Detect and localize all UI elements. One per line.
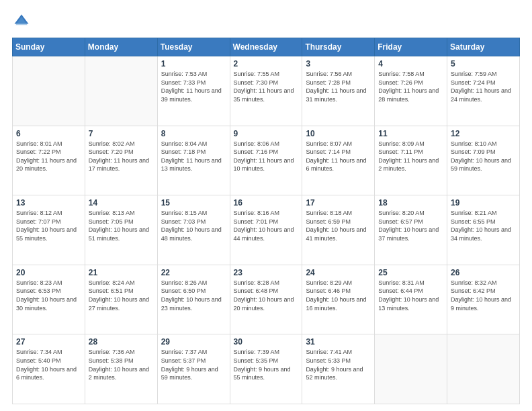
day-number: 18: [378, 198, 443, 208]
calendar-cell: 8Sunrise: 8:04 AMSunset: 7:18 PMDaylight…: [157, 126, 230, 195]
cell-info: Sunrise: 8:07 AMSunset: 7:14 PMDaylight:…: [306, 140, 371, 173]
calendar-cell: 24Sunrise: 8:29 AMSunset: 6:46 PMDayligh…: [302, 265, 375, 334]
day-number: 15: [161, 198, 226, 208]
day-number: 22: [161, 268, 226, 277]
calendar-cell: 27Sunrise: 7:34 AMSunset: 5:40 PMDayligh…: [13, 334, 85, 404]
cell-info: Sunrise: 8:13 AMSunset: 7:05 PMDaylight:…: [89, 209, 154, 242]
calendar-cell: 11Sunrise: 8:09 AMSunset: 7:11 PMDayligh…: [375, 126, 447, 195]
cell-info: Sunrise: 8:20 AMSunset: 6:57 PMDaylight:…: [378, 209, 443, 242]
day-number: 17: [306, 198, 371, 208]
calendar-header-row: SundayMondayTuesdayWednesdayThursdayFrid…: [13, 38, 520, 56]
calendar-cell: [85, 56, 157, 126]
calendar-cell: 21Sunrise: 8:24 AMSunset: 6:51 PMDayligh…: [85, 265, 157, 334]
calendar-cell: 1Sunrise: 7:53 AMSunset: 7:33 PMDaylight…: [157, 56, 230, 126]
day-number: 26: [451, 268, 516, 277]
calendar-cell: 2Sunrise: 7:55 AMSunset: 7:30 PMDaylight…: [230, 56, 302, 126]
day-number: 3: [306, 59, 371, 68]
calendar-cell: 9Sunrise: 8:06 AMSunset: 7:16 PMDaylight…: [230, 126, 302, 195]
cell-info: Sunrise: 8:32 AMSunset: 6:42 PMDaylight:…: [451, 279, 516, 312]
cell-info: Sunrise: 7:37 AMSunset: 5:37 PMDaylight:…: [161, 348, 226, 381]
calendar-cell: 3Sunrise: 7:56 AMSunset: 7:28 PMDaylight…: [302, 56, 375, 126]
cell-info: Sunrise: 8:26 AMSunset: 6:50 PMDaylight:…: [161, 279, 226, 312]
calendar-cell: 23Sunrise: 8:28 AMSunset: 6:48 PMDayligh…: [230, 265, 302, 334]
cell-info: Sunrise: 8:12 AMSunset: 7:07 PMDaylight:…: [16, 209, 81, 242]
calendar-cell: 25Sunrise: 8:31 AMSunset: 6:44 PMDayligh…: [375, 265, 447, 334]
calendar-cell: 6Sunrise: 8:01 AMSunset: 7:22 PMDaylight…: [13, 126, 85, 195]
day-number: 12: [451, 129, 516, 138]
day-number: 20: [16, 268, 81, 277]
calendar-cell: 30Sunrise: 7:39 AMSunset: 5:35 PMDayligh…: [230, 334, 302, 404]
calendar-cell: [13, 56, 85, 126]
cell-info: Sunrise: 8:10 AMSunset: 7:09 PMDaylight:…: [451, 140, 516, 173]
calendar-week-3: 13Sunrise: 8:12 AMSunset: 7:07 PMDayligh…: [13, 195, 520, 265]
day-number: 14: [89, 198, 154, 208]
calendar-cell: 14Sunrise: 8:13 AMSunset: 7:05 PMDayligh…: [85, 195, 157, 265]
calendar-cell: 10Sunrise: 8:07 AMSunset: 7:14 PMDayligh…: [302, 126, 375, 195]
calendar-cell: [447, 334, 520, 404]
calendar-cell: 17Sunrise: 8:18 AMSunset: 6:59 PMDayligh…: [302, 195, 375, 265]
header: [12, 12, 520, 31]
day-number: 31: [306, 337, 371, 347]
cell-info: Sunrise: 7:39 AMSunset: 5:35 PMDaylight:…: [234, 348, 299, 381]
cell-info: Sunrise: 8:31 AMSunset: 6:44 PMDaylight:…: [378, 279, 443, 312]
day-number: 10: [306, 129, 371, 138]
cell-info: Sunrise: 7:34 AMSunset: 5:40 PMDaylight:…: [16, 348, 81, 381]
cell-info: Sunrise: 8:16 AMSunset: 7:01 PMDaylight:…: [234, 209, 299, 242]
calendar-cell: 20Sunrise: 8:23 AMSunset: 6:53 PMDayligh…: [13, 265, 85, 334]
cell-info: Sunrise: 7:59 AMSunset: 7:24 PMDaylight:…: [451, 70, 516, 103]
cell-info: Sunrise: 8:01 AMSunset: 7:22 PMDaylight:…: [16, 140, 81, 173]
day-header-thursday: Thursday: [302, 38, 375, 56]
calendar-cell: 16Sunrise: 8:16 AMSunset: 7:01 PMDayligh…: [230, 195, 302, 265]
day-number: 7: [89, 129, 154, 138]
day-number: 1: [161, 59, 226, 68]
day-header-monday: Monday: [85, 38, 157, 56]
cell-info: Sunrise: 7:55 AMSunset: 7:30 PMDaylight:…: [234, 70, 299, 103]
calendar-week-1: 1Sunrise: 7:53 AMSunset: 7:33 PMDaylight…: [13, 56, 520, 126]
day-number: 29: [161, 337, 226, 347]
logo: [12, 12, 34, 31]
day-number: 30: [234, 337, 299, 347]
day-header-saturday: Saturday: [447, 38, 520, 56]
calendar-cell: 5Sunrise: 7:59 AMSunset: 7:24 PMDaylight…: [447, 56, 520, 126]
day-header-sunday: Sunday: [13, 38, 85, 56]
calendar-cell: 31Sunrise: 7:41 AMSunset: 5:33 PMDayligh…: [302, 334, 375, 404]
day-number: 28: [89, 337, 154, 347]
cell-info: Sunrise: 8:23 AMSunset: 6:53 PMDaylight:…: [16, 279, 81, 312]
cell-info: Sunrise: 8:18 AMSunset: 6:59 PMDaylight:…: [306, 209, 371, 242]
day-number: 9: [234, 129, 299, 138]
day-header-wednesday: Wednesday: [230, 38, 302, 56]
calendar-cell: 29Sunrise: 7:37 AMSunset: 5:37 PMDayligh…: [157, 334, 230, 404]
logo-icon: [12, 12, 31, 31]
calendar-cell: 18Sunrise: 8:20 AMSunset: 6:57 PMDayligh…: [375, 195, 447, 265]
calendar-cell: [375, 334, 447, 404]
day-number: 23: [234, 268, 299, 277]
cell-info: Sunrise: 8:09 AMSunset: 7:11 PMDaylight:…: [378, 140, 443, 173]
calendar-cell: 7Sunrise: 8:02 AMSunset: 7:20 PMDaylight…: [85, 126, 157, 195]
day-header-friday: Friday: [375, 38, 447, 56]
calendar-cell: 4Sunrise: 7:58 AMSunset: 7:26 PMDaylight…: [375, 56, 447, 126]
calendar-cell: 22Sunrise: 8:26 AMSunset: 6:50 PMDayligh…: [157, 265, 230, 334]
cell-info: Sunrise: 8:24 AMSunset: 6:51 PMDaylight:…: [89, 279, 154, 312]
day-number: 2: [234, 59, 299, 68]
calendar-cell: 15Sunrise: 8:15 AMSunset: 7:03 PMDayligh…: [157, 195, 230, 265]
calendar-cell: 12Sunrise: 8:10 AMSunset: 7:09 PMDayligh…: [447, 126, 520, 195]
cell-info: Sunrise: 8:02 AMSunset: 7:20 PMDaylight:…: [89, 140, 154, 173]
day-number: 25: [378, 268, 443, 277]
day-number: 19: [451, 198, 516, 208]
day-number: 5: [451, 59, 516, 68]
calendar-table: SundayMondayTuesdayWednesdayThursdayFrid…: [12, 38, 520, 404]
day-number: 6: [16, 129, 81, 138]
calendar-week-4: 20Sunrise: 8:23 AMSunset: 6:53 PMDayligh…: [13, 265, 520, 334]
cell-info: Sunrise: 8:15 AMSunset: 7:03 PMDaylight:…: [161, 209, 226, 242]
calendar-week-2: 6Sunrise: 8:01 AMSunset: 7:22 PMDaylight…: [13, 126, 520, 195]
cell-info: Sunrise: 8:28 AMSunset: 6:48 PMDaylight:…: [234, 279, 299, 312]
calendar-cell: 13Sunrise: 8:12 AMSunset: 7:07 PMDayligh…: [13, 195, 85, 265]
calendar-cell: 28Sunrise: 7:36 AMSunset: 5:38 PMDayligh…: [85, 334, 157, 404]
cell-info: Sunrise: 7:53 AMSunset: 7:33 PMDaylight:…: [161, 70, 226, 103]
day-number: 24: [306, 268, 371, 277]
day-number: 13: [16, 198, 81, 208]
cell-info: Sunrise: 8:29 AMSunset: 6:46 PMDaylight:…: [306, 279, 371, 312]
cell-info: Sunrise: 7:36 AMSunset: 5:38 PMDaylight:…: [89, 348, 154, 381]
day-number: 4: [378, 59, 443, 68]
calendar-cell: 26Sunrise: 8:32 AMSunset: 6:42 PMDayligh…: [447, 265, 520, 334]
